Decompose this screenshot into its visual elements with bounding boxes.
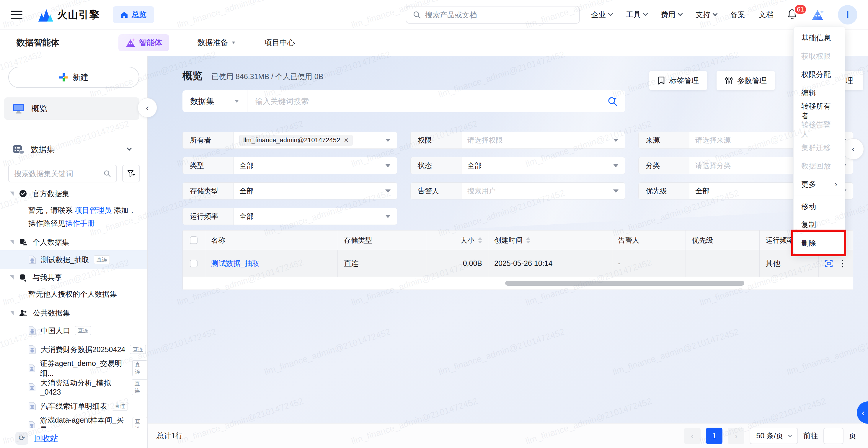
filter-storage-type[interactable]: 存储类型 全部 — [182, 182, 397, 199]
filter-permission[interactable]: 权限 请选择权限 — [410, 132, 625, 149]
next-page-button[interactable]: › — [728, 428, 744, 444]
tree-item-dataset-selected[interactable]: 测试数据_抽取 直连 — [0, 250, 147, 269]
recycle-bin-button[interactable]: ⟳ 回收站 — [0, 428, 147, 448]
chevron-down-icon — [127, 146, 132, 151]
filter-alert-person[interactable]: 告警人 搜索用户 — [410, 182, 625, 199]
tree-item-label: 大消费财务数据20250424 — [41, 345, 125, 354]
sort-icons[interactable] — [526, 237, 530, 244]
nav-item-support[interactable]: 支持 — [695, 10, 717, 20]
notification-count-badge: 61 — [794, 4, 807, 15]
filter-run-frequency[interactable]: 运行频率 全部 — [182, 208, 397, 225]
tree-item-dataset[interactable]: 汽车线索订单明细表 直连 — [0, 397, 147, 416]
direct-connect-badge: 直连 — [94, 255, 110, 264]
user-avatar[interactable]: l — [838, 5, 857, 25]
nav-item-enterprise[interactable]: 企业 — [591, 10, 612, 20]
sort-icons[interactable] — [478, 237, 482, 244]
top-navbar: 火山引擎 总览 搜索产品或文档 企业 工具 费用 支持 备案 文档 — [0, 0, 868, 30]
tree-item-dataset[interactable]: 证券agent_demo_交易明细... 直连 — [0, 359, 147, 378]
filter-label: 告警人 — [411, 183, 461, 199]
menu-item-transfer-owner[interactable]: 转移所有者 — [794, 102, 845, 120]
column-header-created[interactable]: 创建时间 — [488, 230, 612, 250]
column-header-priority: 优先级 — [686, 230, 760, 250]
console-overview-button[interactable]: 总览 — [113, 6, 154, 23]
tree-group-personal[interactable]: 个人数据集 — [0, 234, 147, 250]
chip-remove-icon[interactable]: ✕ — [344, 137, 349, 144]
tree-expand-icon — [10, 192, 13, 196]
menu-item-basic-info[interactable]: 基础信息 — [794, 29, 845, 47]
prev-page-button[interactable]: ‹ — [684, 428, 701, 444]
sidebar-item-overview[interactable]: 概览 — [4, 97, 140, 120]
global-search-input[interactable]: 搜索产品或文档 — [406, 6, 580, 24]
keyword-search-input[interactable]: 输入关键词搜索 — [247, 96, 607, 106]
topnav-right-menu: 企业 工具 费用 支持 备案 文档 61 — [591, 5, 857, 25]
column-header-size[interactable]: 大小 — [426, 230, 488, 250]
menu-item-transfer-alerter: 转移告警人 — [794, 120, 845, 138]
new-dataset-button[interactable]: 新建 — [8, 67, 140, 88]
notification-bell-button[interactable]: 61 — [787, 8, 797, 21]
menu-item-more[interactable]: 更多› — [794, 175, 845, 193]
tab-agent[interactable]: 智能体 — [118, 34, 169, 51]
total-rows-text: 总计1行 — [156, 431, 183, 441]
volcengine-logo[interactable]: 火山引擎 — [36, 7, 100, 23]
nav-item-icp[interactable]: 备案 — [731, 10, 745, 20]
menu-item-delete[interactable]: 删除 — [794, 234, 845, 252]
official-badge-icon — [19, 189, 27, 198]
menu-item-assign-permission[interactable]: 权限分配 — [794, 65, 845, 84]
select-all-checkbox[interactable] — [190, 236, 197, 244]
menu-item-edit[interactable]: 编辑 — [794, 84, 845, 102]
tree-item-label: 汽车线索订单明细表 — [41, 402, 107, 411]
tree-group-official[interactable]: 官方数据集 — [0, 185, 147, 202]
sidebar-collapse-button[interactable]: ‹ — [137, 98, 157, 118]
ai-assistant-button[interactable] — [811, 8, 824, 21]
goto-page-input[interactable] — [824, 428, 843, 444]
manual-link[interactable]: 操作手册 — [65, 219, 95, 227]
row-checkbox[interactable] — [190, 260, 197, 267]
hamburger-menu-icon[interactable] — [11, 11, 23, 19]
pagination-bar: 总计1行 ‹ 1 › 50 条/页 前往 页 — [148, 423, 868, 448]
owner-chip[interactable]: llm_finance_admin@2101472452✕ — [240, 135, 352, 146]
right-panel-collapse-button[interactable]: ‹ — [843, 138, 864, 160]
expand-row-icon[interactable] — [825, 259, 833, 268]
official-empty-text: 暂无，请联系 项目管理员 添加，操作路径见操作手册 — [0, 202, 147, 234]
caret-down-icon — [385, 164, 391, 167]
tab-project-center[interactable]: 项目中心 — [264, 37, 295, 48]
usage-stats: 已使用 846.31MB / 个人已使用 0B — [211, 72, 323, 82]
search-category-select[interactable]: 数据集 — [182, 90, 247, 112]
filter-owner[interactable]: 所有者 llm_finance_admin@2101472452✕ — [182, 132, 397, 149]
floating-assistant-toggle-button[interactable]: ‹ — [857, 402, 868, 424]
filter-type[interactable]: 类型 全部 — [182, 157, 397, 174]
ai-search-button[interactable] — [607, 96, 625, 106]
tree-item-dataset[interactable]: 中国人口 直连 — [0, 321, 147, 340]
menu-item-move[interactable]: 移动 — [794, 197, 845, 216]
horizontal-scrollbar-thumb[interactable] — [505, 281, 744, 286]
sidebar: 新建 概览 数据集 搜索数据集关键词 — [0, 56, 148, 448]
table-row[interactable]: 测试数据_抽取 直连 0.00B 2025-05-26 10:14 - 其他 ⋮ — [183, 250, 853, 277]
nav-item-docs[interactable]: 文档 — [759, 10, 774, 20]
direct-connect-badge: 直连 — [130, 345, 146, 354]
sidebar-section-datasets[interactable]: 数据集 — [4, 138, 140, 161]
tree-group-public[interactable]: 公共数据集 — [0, 305, 147, 321]
nav-item-billing[interactable]: 费用 — [661, 10, 682, 20]
project-admin-link[interactable]: 项目管理员 — [75, 206, 112, 214]
tag-manage-button[interactable]: 标签管理 — [649, 71, 707, 90]
param-manage-button[interactable]: 参数管理 — [717, 71, 775, 90]
chevron-down-icon — [788, 433, 792, 437]
current-page-button[interactable]: 1 — [706, 428, 722, 444]
tree-item-dataset[interactable]: 大消费财务数据20250424 直连 — [0, 340, 147, 359]
tree-group-shared[interactable]: 与我共享 — [0, 269, 147, 286]
dataset-filter-button[interactable] — [122, 165, 140, 182]
tab-data-prep[interactable]: 数据准备 — [197, 37, 236, 48]
tree-expand-icon — [10, 311, 13, 315]
nav-item-tools[interactable]: 工具 — [626, 10, 647, 20]
filter-status[interactable]: 状态 全部 — [410, 157, 625, 174]
page-size-select[interactable]: 50 条/页 — [750, 428, 798, 444]
page-header: 概览 已使用 846.31MB / 个人已使用 0B — [182, 69, 323, 83]
chevron-down-icon — [608, 11, 613, 16]
dataset-search-input[interactable]: 搜索数据集关键词 — [8, 165, 117, 182]
filter-label: 类型 — [183, 157, 234, 174]
menu-item-copy[interactable]: 复制 — [794, 216, 845, 234]
dataset-name-link[interactable]: 测试数据_抽取 — [211, 259, 259, 268]
tree-expand-icon — [10, 275, 13, 280]
row-more-actions-button[interactable]: ⋮ — [838, 261, 847, 266]
tree-item-dataset[interactable]: 大消费活动分析_模拟_0423 直连 — [0, 378, 147, 397]
